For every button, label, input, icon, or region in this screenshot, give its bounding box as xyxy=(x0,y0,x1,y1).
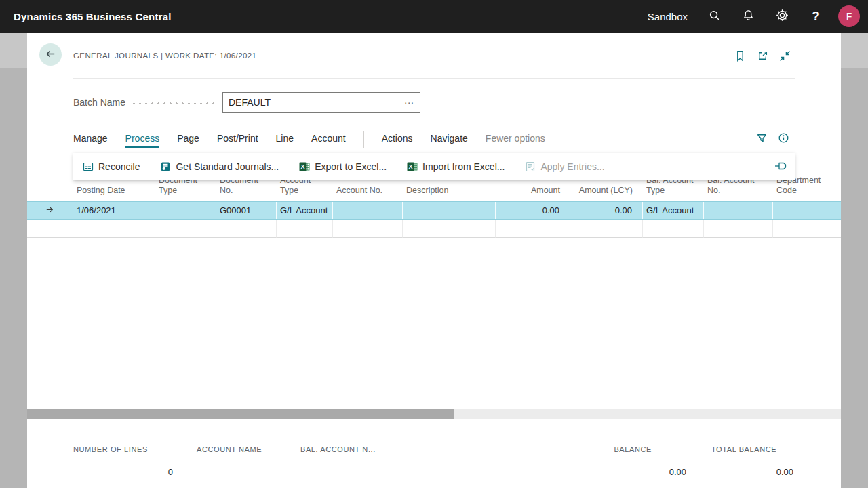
help-icon: ? xyxy=(812,9,820,24)
cell[interactable] xyxy=(27,220,73,238)
import-from-excel-button[interactable]: X Import from Excel... xyxy=(407,161,505,172)
page-header-icons xyxy=(734,50,791,62)
export-to-excel-button[interactable]: X Export to Excel... xyxy=(299,161,387,172)
open-in-new-icon xyxy=(757,54,768,64)
apply-entries-button[interactable]: Apply Entries... xyxy=(525,161,604,172)
toolbar-label: Export to Excel... xyxy=(315,161,387,172)
open-in-new-window-button[interactable] xyxy=(756,50,768,62)
menu-item-line[interactable]: Line xyxy=(276,131,294,148)
notifications-button[interactable] xyxy=(731,0,765,33)
cell[interactable] xyxy=(643,220,704,238)
menu-item-account[interactable]: Account xyxy=(311,131,346,148)
screen: Dynamics 365 Business Central Sandbox ? xyxy=(0,0,868,488)
get-standard-journals-button[interactable]: Get Standard Journals... xyxy=(160,161,279,172)
reconcile-button[interactable]: Reconcile xyxy=(83,161,140,172)
scrollbar-thumb[interactable] xyxy=(27,409,454,419)
cell-department-code[interactable] xyxy=(773,202,841,219)
menu-item-post-print[interactable]: Post/Print xyxy=(217,131,258,148)
collapse-icon xyxy=(779,54,791,64)
menu-item-page[interactable]: Page xyxy=(177,131,199,148)
cell[interactable] xyxy=(496,220,570,238)
info-button[interactable] xyxy=(778,132,789,146)
header-divider xyxy=(73,78,795,79)
environment-name[interactable]: Sandbox xyxy=(648,11,688,22)
cell[interactable] xyxy=(134,220,155,238)
menu-item-actions[interactable]: Actions xyxy=(382,131,413,148)
column-header-amount-lcy[interactable]: Amount (LCY) xyxy=(570,186,643,201)
cell[interactable] xyxy=(155,220,216,238)
journal-row-selected[interactable]: 1/06/2021 G00001 G/L Account 0.00 0.00 G… xyxy=(27,201,841,220)
cell-amount-lcy[interactable]: 0.00 xyxy=(570,202,643,219)
arrow-right-icon xyxy=(45,205,55,217)
menu-item-fewer-options[interactable]: Fewer options xyxy=(486,131,545,148)
cell-bal-account-type[interactable]: G/L Account xyxy=(643,202,704,219)
column-header-description[interactable]: Description xyxy=(403,186,496,201)
pin-toolbar-button[interactable] xyxy=(774,161,787,171)
cell-amount[interactable]: 0.00 xyxy=(496,202,570,219)
app-title[interactable]: Dynamics 365 Business Central xyxy=(14,11,172,22)
cell-blank[interactable] xyxy=(134,202,155,219)
cell[interactable] xyxy=(704,220,773,238)
horizontal-scrollbar[interactable] xyxy=(27,409,841,419)
footer-value-total-balance: 0.00 xyxy=(692,467,793,477)
menu-item-manage[interactable]: Manage xyxy=(73,131,108,148)
dotted-leader xyxy=(131,102,218,104)
journal-icon xyxy=(160,161,171,172)
footer-label-number-of-lines: NUMBER OF LINES xyxy=(73,445,148,453)
journal-row-empty[interactable] xyxy=(27,220,841,238)
footer-value-number-of-lines: 0 xyxy=(73,467,173,477)
cell[interactable] xyxy=(277,220,333,238)
cell[interactable] xyxy=(216,220,277,238)
help-button[interactable]: ? xyxy=(799,0,833,33)
toolbar-label: Reconcile xyxy=(98,161,140,172)
footer-label-total-balance: TOTAL BALANCE xyxy=(711,445,776,453)
settings-button[interactable] xyxy=(765,0,799,33)
cell[interactable] xyxy=(73,220,134,238)
page-title: GENERAL JOURNALS | WORK DATE: 1/06/2021 xyxy=(73,52,256,60)
column-header-posting-date[interactable]: Posting Date xyxy=(73,186,134,201)
process-toolbar: Reconcile Get Standard Journals... X Exp… xyxy=(73,153,795,180)
column-header-amount[interactable]: Amount xyxy=(496,186,570,201)
filter-button[interactable] xyxy=(756,132,768,146)
search-button[interactable] xyxy=(697,0,731,33)
cell[interactable] xyxy=(773,220,841,238)
cell-posting-date[interactable]: 1/06/2021 xyxy=(73,202,134,219)
search-icon xyxy=(708,9,721,24)
cell[interactable] xyxy=(570,220,643,238)
menu-divider xyxy=(363,131,364,148)
back-arrow-icon xyxy=(44,47,57,62)
svg-text:X: X xyxy=(409,163,413,170)
collapse-button[interactable] xyxy=(778,50,791,62)
cell-account-no[interactable] xyxy=(333,202,403,219)
action-menu: Manage Process Page Post/Print Line Acco… xyxy=(73,131,545,148)
apply-entries-icon xyxy=(525,161,536,172)
cell[interactable] xyxy=(403,220,496,238)
topbar-right-group: Sandbox ? F xyxy=(648,0,865,33)
excel-icon: X xyxy=(299,161,310,172)
cell-bal-account-no[interactable] xyxy=(704,202,773,219)
avatar-wrap: F xyxy=(833,0,865,33)
bell-icon xyxy=(742,9,755,24)
cell-document-type[interactable] xyxy=(155,202,216,219)
menu-item-process[interactable]: Process xyxy=(125,131,160,148)
pin-icon xyxy=(774,163,787,173)
page-card: GENERAL JOURNALS | WORK DATE: 1/06/2021 … xyxy=(27,33,841,488)
avatar[interactable]: F xyxy=(838,5,860,27)
batch-name-field: ... xyxy=(222,92,420,113)
bookmark-button[interactable] xyxy=(734,50,746,62)
batch-name-input[interactable] xyxy=(223,97,401,108)
cell[interactable] xyxy=(333,220,403,238)
header-row-selector xyxy=(27,196,73,201)
column-header-account-no[interactable]: Account No. xyxy=(333,186,403,201)
cell-description[interactable] xyxy=(403,202,496,219)
back-button[interactable] xyxy=(39,43,62,66)
svg-text:X: X xyxy=(301,163,305,170)
current-row-indicator xyxy=(27,202,73,219)
menu-item-navigate[interactable]: Navigate xyxy=(431,131,468,148)
menu-right-icons xyxy=(756,132,789,146)
cell-account-type[interactable]: G/L Account xyxy=(277,202,333,219)
batch-lookup-button[interactable]: ... xyxy=(401,95,420,110)
reconcile-icon xyxy=(83,161,94,172)
toolbar-label: Get Standard Journals... xyxy=(176,161,279,172)
cell-document-no[interactable]: G00001 xyxy=(216,202,277,219)
